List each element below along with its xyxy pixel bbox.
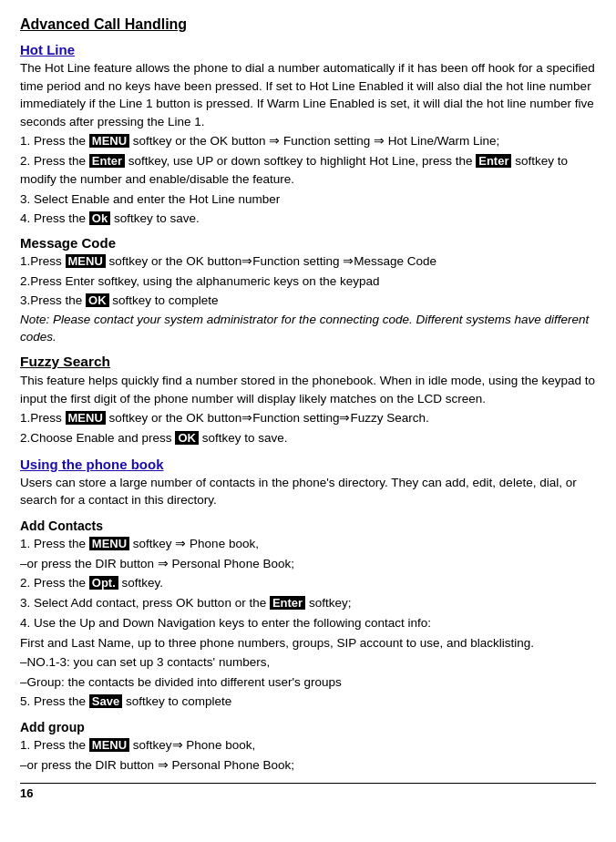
menu-highlight-5: MENU (89, 738, 129, 752)
fuzzy-search-section: This feature helps quickly find a number… (20, 372, 596, 447)
enter-highlight-2: Enter (476, 154, 511, 168)
hot-line-section: The Hot Line feature allows the phone to… (20, 59, 596, 228)
fuzzy-search-step-1: 1.Press MENU softkey or the OK button⇒Fu… (20, 409, 596, 427)
add-contacts-step-1: 1. Press the MENU softkey ⇒ Phone book, (20, 535, 596, 553)
ok-highlight-1: Ok (89, 211, 110, 225)
phone-book-intro: Users can store a large number of contac… (20, 474, 596, 509)
page-title: Advanced Call Handling (20, 16, 596, 33)
page-divider (20, 783, 596, 784)
enter-highlight-3: Enter (270, 596, 305, 610)
enter-highlight-1: Enter (89, 154, 125, 168)
message-code-note: Note: Please contact your system adminis… (20, 312, 596, 346)
ok-highlight-2: OK (86, 293, 109, 307)
add-contacts-step-3: 3. Select Add contact, press OK button o… (20, 594, 596, 612)
add-contacts-step-2: 2. Press the Opt. softkey. (20, 574, 596, 592)
menu-highlight-4: MENU (89, 537, 129, 550)
fuzzy-search-step-2: 2.Choose Enable and press OK softkey to … (20, 429, 596, 447)
add-group-step-1: 1. Press the MENU softkey⇒ Phone book, (20, 736, 596, 755)
ok-highlight-3: OK (175, 431, 199, 445)
menu-highlight-3: MENU (66, 411, 106, 425)
section-heading-hot-line: Hot Line (20, 42, 596, 57)
add-contacts-step-5: 5. Press the Save softkey to complete (20, 693, 596, 711)
hot-line-step-2: 2. Press the Enter softkey, use UP or do… (20, 152, 596, 188)
save-highlight: Save (89, 694, 122, 708)
page-number: 16 (20, 786, 596, 803)
add-contacts-step-4-detail: First and Last Name, up to three phone n… (20, 634, 596, 652)
add-group-step-1b: –or press the DIR button ⇒ Personal Phon… (20, 756, 596, 775)
opt-highlight: Opt. (89, 576, 118, 590)
phone-book-section: Users can store a large number of contac… (20, 474, 596, 775)
message-code-step-1: 1.Press MENU softkey or the OK button⇒Fu… (20, 252, 596, 271)
menu-highlight-1: MENU (89, 134, 129, 148)
section-heading-fuzzy-search: Fuzzy Search (20, 354, 596, 370)
message-code-step-2: 2.Press Enter softkey, using the alphanu… (20, 272, 596, 291)
add-contacts-step-4-group: –Group: the contacts be divided into dif… (20, 673, 596, 692)
hot-line-step-1: 1. Press the MENU softkey or the OK butt… (20, 132, 596, 150)
fuzzy-search-intro: This feature helps quickly find a number… (20, 372, 596, 407)
section-heading-phone-book: Using the phone book (20, 457, 596, 472)
subsection-heading-add-group: Add group (20, 720, 596, 734)
add-contacts-step-4-no: –NO.1-3: you can set up 3 contacts' numb… (20, 653, 596, 672)
add-contacts-step-4: 4. Use the Up and Down Navigation keys t… (20, 614, 596, 632)
subsection-heading-add-contacts: Add Contacts (20, 519, 596, 533)
add-contacts-step-1b: –or press the DIR button ⇒ Personal Phon… (20, 555, 596, 573)
hot-line-intro: The Hot Line feature allows the phone to… (20, 59, 596, 130)
menu-highlight-2: MENU (66, 254, 106, 268)
message-code-step-3: 3.Press the OK softkey to complete (20, 292, 596, 310)
section-heading-message-code: Message Code (20, 235, 596, 251)
hot-line-step-4: 4. Press the Ok softkey to save. (20, 210, 596, 228)
hot-line-step-3: 3. Select Enable and enter the Hot Line … (20, 190, 596, 209)
message-code-section: 1.Press MENU softkey or the OK button⇒Fu… (20, 252, 596, 346)
